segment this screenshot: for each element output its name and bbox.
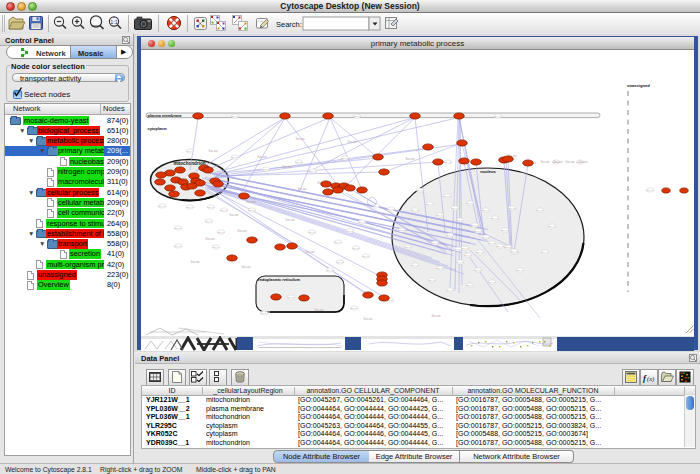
svg-text:Sxx-xx: Sxx-xx bbox=[436, 267, 444, 270]
svg-text:Sxx-xx: Sxx-xx bbox=[516, 269, 524, 272]
svg-text:Sxx-xx: Sxx-xx bbox=[217, 231, 225, 234]
svg-text:Sxx-xx: Sxx-xx bbox=[326, 269, 334, 272]
svg-text:Sxx-xx: Sxx-xx bbox=[260, 312, 268, 315]
svg-text:Sxx-xx: Sxx-xx bbox=[482, 209, 490, 212]
svg-text:Sxx-xx: Sxx-xx bbox=[451, 207, 459, 210]
svg-text:Sxx-xxx: Sxx-xxx bbox=[297, 187, 307, 191]
svg-text:Sxx-xx: Sxx-xx bbox=[436, 214, 444, 217]
svg-text:Sxx-xx: Sxx-xx bbox=[308, 231, 316, 234]
svg-text:Sxx-xx: Sxx-xx bbox=[456, 261, 464, 264]
svg-text:Sxx-xxx: Sxx-xxx bbox=[295, 137, 305, 141]
svg-text:mitochondrion: mitochondrion bbox=[173, 161, 205, 166]
svg-text:Sxx-xxx: Sxx-xxx bbox=[578, 160, 588, 164]
svg-text:Sxx-xx: Sxx-xx bbox=[536, 209, 544, 212]
svg-text:Sxx-xxx: Sxx-xxx bbox=[257, 155, 267, 159]
svg-text:endoplasmic reticulum: endoplasmic reticulum bbox=[258, 277, 301, 282]
svg-text:Sxx-xx: Sxx-xx bbox=[466, 284, 474, 287]
svg-text:Sxx-xx: Sxx-xx bbox=[482, 236, 490, 239]
svg-text:Sxx-xx: Sxx-xx bbox=[646, 189, 654, 192]
svg-text:Sxx-xxx: Sxx-xxx bbox=[285, 218, 295, 222]
svg-text:Sxx-xx: Sxx-xx bbox=[510, 250, 518, 253]
svg-text:Sxx-xxx: Sxx-xxx bbox=[246, 200, 256, 204]
svg-text:Sxx-xx: Sxx-xx bbox=[431, 242, 439, 245]
svg-text:Sxx-xx: Sxx-xx bbox=[466, 202, 474, 205]
svg-text:Sxx-xxx: Sxx-xxx bbox=[282, 165, 292, 169]
svg-text:Sxx-xx: Sxx-xx bbox=[488, 242, 496, 245]
svg-text:(x): (x) bbox=[647, 375, 654, 383]
svg-text:Sxx-xx: Sxx-xx bbox=[508, 207, 516, 210]
svg-text:unassigned: unassigned bbox=[627, 83, 650, 88]
svg-text:Sxx-xx: Sxx-xx bbox=[496, 245, 504, 248]
svg-text:Sxx-xx: Sxx-xx bbox=[398, 229, 406, 232]
svg-text:Sxx-xx: Sxx-xx bbox=[471, 224, 479, 227]
svg-text:Sxx-xx: Sxx-xx bbox=[158, 205, 166, 208]
svg-text:Sxx-xx: Sxx-xx bbox=[387, 208, 395, 211]
svg-text:Sxx-xx: Sxx-xx bbox=[341, 157, 349, 160]
svg-text:Sxx-xx: Sxx-xx bbox=[476, 251, 484, 254]
svg-text:nucleus: nucleus bbox=[480, 169, 496, 174]
svg-text:cytoplasm: cytoplasm bbox=[148, 126, 168, 131]
svg-text:Sxx-xxx: Sxx-xxx bbox=[553, 160, 563, 164]
svg-text:Sxx-xx: Sxx-xx bbox=[488, 281, 496, 284]
svg-text:Sxx-xxx: Sxx-xxx bbox=[540, 160, 550, 164]
svg-text:Sxx-xx: Sxx-xx bbox=[444, 161, 452, 164]
svg-text:Sxx-xxx: Sxx-xxx bbox=[237, 229, 247, 233]
svg-text:Sxx-xx: Sxx-xx bbox=[548, 225, 556, 228]
svg-text:Sxx-xx: Sxx-xx bbox=[231, 115, 239, 118]
svg-text:Sxx-xxx: Sxx-xxx bbox=[431, 314, 441, 318]
svg-text:Sxx-xx: Sxx-xx bbox=[446, 234, 454, 237]
svg-text:Sxx-xx: Sxx-xx bbox=[358, 221, 366, 224]
svg-text:Search:: Search: bbox=[276, 20, 302, 29]
svg-text:Sxx-xx: Sxx-xx bbox=[186, 206, 194, 209]
svg-text:Sxx-xx: Sxx-xx bbox=[464, 254, 472, 257]
svg-text:1:1: 1:1 bbox=[110, 19, 118, 25]
svg-text:Sxx-xx: Sxx-xx bbox=[231, 156, 239, 159]
svg-text:Sxx-xx: Sxx-xx bbox=[404, 246, 412, 249]
svg-text:Sxx-xx: Sxx-xx bbox=[220, 209, 228, 212]
svg-text:Sxx-xx: Sxx-xx bbox=[309, 170, 317, 173]
svg-text:plasma membrane: plasma membrane bbox=[148, 113, 183, 118]
svg-text:Sxx-xx: Sxx-xx bbox=[174, 227, 182, 230]
svg-text:Sxx-xx: Sxx-xx bbox=[494, 115, 502, 118]
svg-text:Sxx-xx: Sxx-xx bbox=[248, 209, 256, 212]
svg-text:Sxx-xx: Sxx-xx bbox=[416, 189, 424, 192]
svg-text:Sxx-xx: Sxx-xx bbox=[287, 296, 295, 299]
svg-text:Sxx-xx: Sxx-xx bbox=[212, 246, 220, 249]
svg-text:Sxx-xx: Sxx-xx bbox=[411, 264, 419, 267]
svg-text:Sxx-xx: Sxx-xx bbox=[456, 219, 464, 222]
svg-text:Sxx-xxx: Sxx-xxx bbox=[241, 265, 251, 269]
svg-text:Sxx-xx: Sxx-xx bbox=[346, 230, 354, 233]
svg-text:Sxx-xx: Sxx-xx bbox=[336, 261, 344, 264]
svg-text:Sxx-xxx: Sxx-xxx bbox=[565, 160, 575, 164]
svg-text:Sxx-xx: Sxx-xx bbox=[446, 289, 454, 292]
svg-text:Sxx-xx: Sxx-xx bbox=[461, 247, 469, 250]
svg-text:Sxx-xx: Sxx-xx bbox=[426, 203, 434, 206]
svg-text:Sxx-xx: Sxx-xx bbox=[334, 241, 342, 244]
svg-text:Sxx-xx: Sxx-xx bbox=[362, 255, 370, 258]
svg-text:Sxx-xx: Sxx-xx bbox=[501, 229, 509, 232]
svg-text:Sxx-xxx: Sxx-xxx bbox=[347, 140, 357, 144]
svg-text:Sxx-xx: Sxx-xx bbox=[205, 220, 213, 223]
svg-text:Sxx-xxx: Sxx-xxx bbox=[208, 149, 218, 153]
svg-text:Sxx-xxx: Sxx-xxx bbox=[405, 157, 415, 161]
svg-text:Sxx-xxx: Sxx-xxx bbox=[205, 237, 215, 241]
svg-text:Sxx-xxx: Sxx-xxx bbox=[363, 317, 373, 321]
svg-text:Sxx-xx: Sxx-xx bbox=[352, 247, 360, 250]
svg-text:Sxx-xxx: Sxx-xxx bbox=[314, 308, 324, 312]
svg-text:Sxx-xxx: Sxx-xxx bbox=[190, 260, 200, 264]
svg-text:Sxx-xx: Sxx-xx bbox=[504, 246, 512, 249]
svg-text:Sxx-xx: Sxx-xx bbox=[443, 195, 451, 198]
svg-text:Sxx-xx: Sxx-xx bbox=[350, 307, 358, 310]
svg-text:Sxx-xx: Sxx-xx bbox=[186, 150, 194, 153]
svg-text:Sxx-xx: Sxx-xx bbox=[353, 115, 361, 118]
svg-text:Sxx-xxx: Sxx-xxx bbox=[229, 213, 239, 217]
svg-text:Sxx-xx: Sxx-xx bbox=[541, 251, 549, 254]
svg-text:Sxx-xxx: Sxx-xxx bbox=[305, 250, 315, 254]
svg-text:Sxx-xx: Sxx-xx bbox=[207, 206, 215, 209]
svg-text:Sxx-xx: Sxx-xx bbox=[474, 269, 482, 272]
svg-text:Sxx-xx: Sxx-xx bbox=[174, 245, 182, 248]
svg-text:Sxx-xx: Sxx-xx bbox=[474, 230, 482, 233]
svg-text:Sxx-xx: Sxx-xx bbox=[295, 161, 303, 164]
svg-text:Sxx-xx: Sxx-xx bbox=[454, 248, 462, 251]
svg-text:Sxx-xx: Sxx-xx bbox=[491, 217, 499, 220]
